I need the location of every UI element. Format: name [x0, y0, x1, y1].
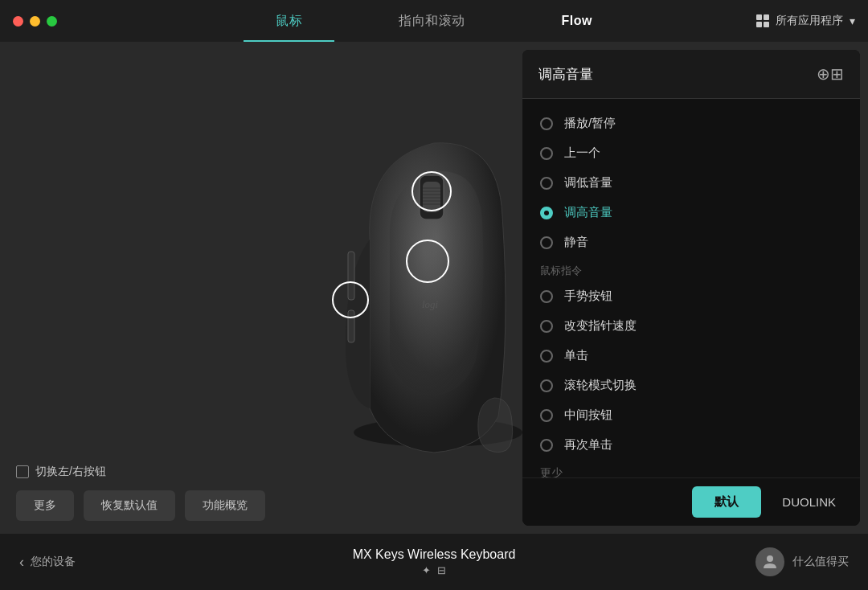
radio-vol-down[interactable]: [540, 177, 553, 190]
svg-point-12: [767, 555, 773, 562]
radio-gesture[interactable]: [540, 290, 553, 303]
bluetooth-icon: ✦: [422, 564, 431, 576]
overview-button[interactable]: 功能概览: [185, 490, 265, 521]
svg-text:logi: logi: [422, 298, 439, 310]
radio-double-click[interactable]: [540, 439, 553, 452]
tab-flow[interactable]: Flow: [514, 0, 641, 42]
nav-tabs: 鼠标 指向和滚动 Flow: [0, 0, 868, 42]
more-button[interactable]: 更多: [16, 490, 74, 521]
radio-vol-up[interactable]: [540, 207, 553, 219]
default-button[interactable]: 默认: [692, 486, 761, 518]
grid-icon: [756, 14, 769, 27]
tab-mouse[interactable]: 鼠标: [227, 0, 350, 42]
list-item-vol-up[interactable]: 调高音量: [522, 198, 860, 227]
list-item-scroll-toggle[interactable]: 滚轮模式切换: [522, 371, 860, 400]
panel-icon: ⊕⊞: [817, 64, 844, 84]
dropdown-panel: 调高音量 ⊕⊞ 播放/暂停 上一个 调低音量 调高音量: [522, 50, 860, 526]
side-button[interactable]: [332, 281, 369, 318]
panel-title: 调高音量: [538, 65, 593, 84]
list-item-click[interactable]: 单击: [522, 341, 860, 371]
list-item-play-pause[interactable]: 播放/暂停: [522, 109, 860, 138]
chevron-down-icon: ▾: [850, 14, 855, 27]
mouse-cmd-label: 鼠标指令: [522, 257, 860, 281]
titlebar: 鼠标 指向和滚动 Flow 所有应用程序 ▾: [0, 0, 868, 42]
middle-button[interactable]: [406, 240, 449, 283]
reset-button[interactable]: 恢复默认值: [84, 490, 175, 521]
community-section[interactable]: 什么值得买: [755, 547, 849, 576]
duolink-button[interactable]: DUOLINK: [768, 486, 850, 518]
list-item-mute[interactable]: 静音: [522, 227, 860, 257]
radio-mute[interactable]: [540, 236, 553, 249]
scroll-wheel-button[interactable]: [411, 171, 452, 211]
list-item-middle-btn[interactable]: 中间按钮: [522, 400, 860, 430]
back-button[interactable]: ‹ 您的设备: [19, 554, 76, 571]
panel-footer: 默认 DUOLINK: [522, 477, 860, 526]
panel-header: 调高音量 ⊕⊞: [522, 50, 860, 99]
list-item-gesture[interactable]: 手势按钮: [522, 281, 860, 311]
bottom-bar: ‹ 您的设备 MX Keys Wireless Keyboard ✦ ⊟ 什么值…: [0, 534, 868, 590]
radio-click[interactable]: [540, 350, 553, 363]
bottom-options: 切换左/右按钮 更多 恢复默认值 功能概览: [16, 465, 265, 521]
usb-icon: ⊟: [437, 564, 446, 576]
list-item-vol-down[interactable]: 调低音量: [522, 168, 860, 198]
radio-prev[interactable]: [540, 147, 553, 160]
chevron-left-icon: ‹: [19, 554, 24, 571]
avatar: [755, 547, 784, 576]
panel-list[interactable]: 播放/暂停 上一个 调低音量 调高音量 静音 鼠标指令 手势: [522, 99, 860, 477]
mouse-preview-small: [458, 386, 530, 461]
list-item-double-click[interactable]: 再次单击: [522, 430, 860, 460]
less-more-toggle[interactable]: 更少: [522, 460, 860, 477]
radio-pointer-speed[interactable]: [540, 320, 553, 333]
community-label: 什么值得买: [792, 555, 849, 569]
device-name: MX Keys Wireless Keyboard: [353, 547, 516, 562]
radio-middle-btn[interactable]: [540, 409, 553, 422]
tab-pointing[interactable]: 指向和滚动: [350, 0, 514, 42]
switch-button-row: 切换左/右按钮: [16, 465, 265, 479]
action-buttons: 更多 恢复默认值 功能概览: [16, 490, 265, 521]
radio-play-pause[interactable]: [540, 117, 553, 130]
list-item-pointer-speed[interactable]: 改变指针速度: [522, 311, 860, 341]
main-content: logi 切换左/右按钮 更多 恢复默认值 功能概览: [0, 42, 868, 534]
device-info: MX Keys Wireless Keyboard ✦ ⊟: [353, 547, 516, 576]
app-switcher[interactable]: 所有应用程序 ▾: [756, 14, 855, 28]
list-item-prev[interactable]: 上一个: [522, 138, 860, 168]
switch-button-checkbox[interactable]: [16, 465, 29, 478]
radio-scroll-toggle[interactable]: [540, 379, 553, 392]
device-connection-icons: ✦ ⊟: [353, 564, 516, 576]
